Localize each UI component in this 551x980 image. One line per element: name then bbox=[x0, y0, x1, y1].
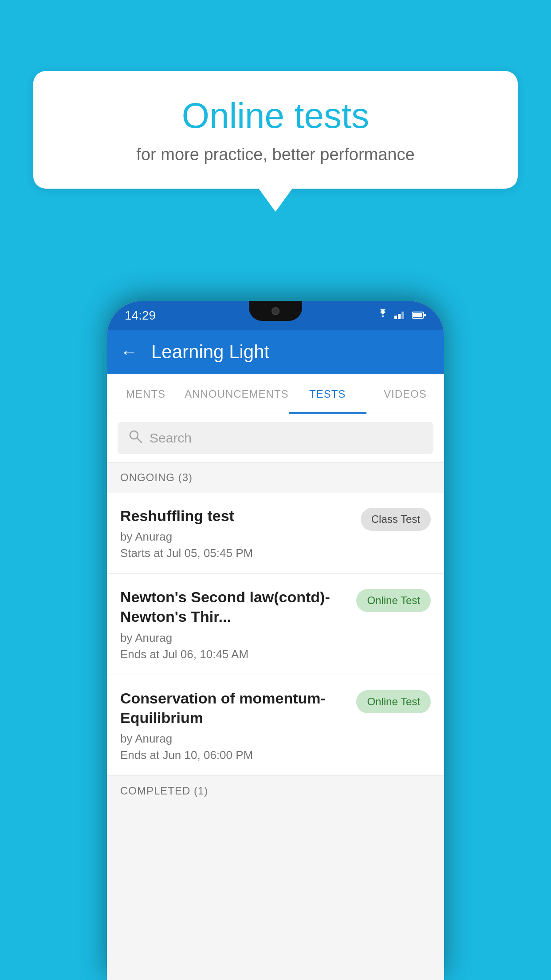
bubble-subtitle: for more practice, better performance bbox=[60, 145, 491, 164]
signal-icon bbox=[394, 309, 407, 322]
completed-section: COMPLETED (1) bbox=[107, 776, 444, 802]
app-bar-title: Learning Light bbox=[151, 341, 269, 363]
test-name-reshuffling: Reshuffling test bbox=[120, 506, 352, 526]
app-bar: ← Learning Light bbox=[107, 330, 444, 374]
svg-rect-2 bbox=[401, 312, 404, 319]
tab-announcements[interactable]: ANNOUNCEMENTS bbox=[185, 374, 288, 414]
status-icons bbox=[377, 309, 426, 322]
test-time-reshuffling: Starts at Jul 05, 05:45 PM bbox=[120, 546, 352, 560]
svg-rect-1 bbox=[398, 314, 401, 319]
tab-ments[interactable]: MENTS bbox=[107, 374, 185, 414]
ongoing-section-header: ONGOING (3) bbox=[107, 462, 444, 493]
test-item-conservation[interactable]: Conservation of momentum-Equilibrium by … bbox=[107, 675, 444, 776]
tab-videos[interactable]: VIDEOS bbox=[366, 374, 444, 414]
speech-bubble: Online tests for more practice, better p… bbox=[33, 71, 518, 189]
test-info-reshuffling: Reshuffling test by Anurag Starts at Jul… bbox=[120, 506, 361, 560]
search-placeholder: Search bbox=[150, 431, 192, 446]
tab-tests[interactable]: TESTS bbox=[289, 374, 366, 414]
svg-line-7 bbox=[137, 438, 142, 443]
search-container: Search bbox=[107, 414, 444, 462]
test-info-conservation: Conservation of momentum-Equilibrium by … bbox=[120, 688, 356, 762]
tabs-bar: MENTS ANNOUNCEMENTS TESTS VIDEOS bbox=[107, 374, 444, 414]
search-icon bbox=[128, 429, 142, 447]
test-badge-conservation: Online Test bbox=[356, 690, 431, 713]
completed-title: COMPLETED (1) bbox=[120, 785, 208, 797]
battery-icon bbox=[412, 309, 426, 322]
test-author-conservation: by Anurag bbox=[120, 732, 347, 746]
test-time-conservation: Ends at Jun 10, 06:00 PM bbox=[120, 748, 347, 762]
test-item-reshuffling[interactable]: Reshuffling test by Anurag Starts at Jul… bbox=[107, 493, 444, 574]
bubble-title: Online tests bbox=[60, 95, 491, 136]
back-button[interactable]: ← bbox=[120, 342, 138, 362]
speech-bubble-container: Online tests for more practice, better p… bbox=[33, 71, 518, 189]
notch bbox=[249, 301, 302, 321]
svg-rect-0 bbox=[394, 316, 397, 319]
content-area: Search ONGOING (3) Reshuffling test by A… bbox=[107, 414, 444, 980]
wifi-icon bbox=[377, 309, 389, 322]
test-time-newtons: Ends at Jul 06, 10:45 AM bbox=[120, 648, 347, 661]
camera-dot bbox=[272, 307, 279, 315]
test-author-reshuffling: by Anurag bbox=[120, 530, 352, 544]
test-name-newtons: Newton's Second law(contd)-Newton's Thir… bbox=[120, 587, 347, 626]
phone-frame: 14:29 bbox=[107, 301, 444, 980]
test-badge-newtons: Online Test bbox=[356, 589, 431, 612]
test-item-newtons[interactable]: Newton's Second law(contd)-Newton's Thir… bbox=[107, 574, 444, 675]
status-bar: 14:29 bbox=[107, 301, 444, 330]
svg-rect-5 bbox=[424, 314, 426, 316]
test-info-newtons: Newton's Second law(contd)-Newton's Thir… bbox=[120, 587, 356, 661]
search-input-wrapper[interactable]: Search bbox=[118, 422, 433, 454]
status-time: 14:29 bbox=[125, 308, 156, 323]
svg-rect-4 bbox=[413, 313, 422, 317]
test-name-conservation: Conservation of momentum-Equilibrium bbox=[120, 688, 347, 727]
phone-inner: 14:29 bbox=[107, 301, 444, 980]
ongoing-title: ONGOING (3) bbox=[120, 471, 193, 483]
test-badge-reshuffling: Class Test bbox=[361, 508, 431, 531]
test-author-newtons: by Anurag bbox=[120, 631, 347, 645]
